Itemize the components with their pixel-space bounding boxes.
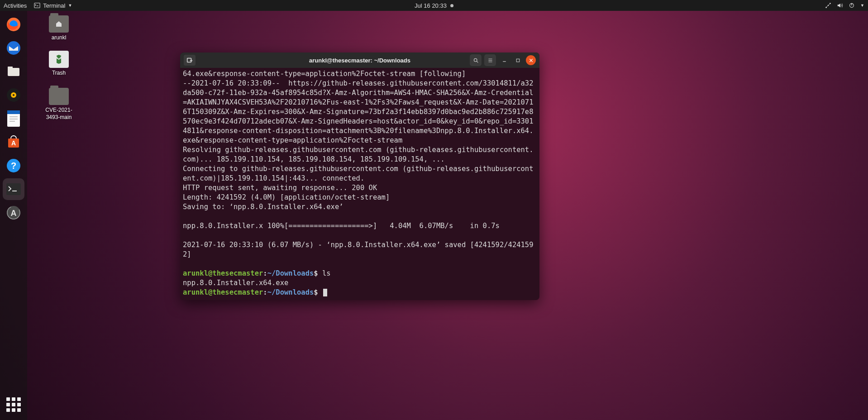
- network-icon: [825, 2, 831, 9]
- activities-button[interactable]: Activities: [4, 2, 27, 9]
- svg-line-31: [477, 61, 478, 62]
- help-icon: ?: [5, 158, 22, 174]
- terminal-output: 64.exe&response-content-type=application…: [183, 70, 534, 258]
- minimize-icon: [501, 57, 507, 63]
- music-icon: [5, 87, 22, 103]
- new-tab-button[interactable]: [184, 55, 196, 66]
- hamburger-icon: [487, 57, 493, 63]
- folder-icon: [49, 15, 69, 33]
- app-menu[interactable]: Terminal ▼: [34, 2, 72, 9]
- svg-rect-15: [7, 110, 20, 114]
- desktop-icon-label: Trash: [38, 70, 79, 77]
- clock-label: Jul 16 20:33: [415, 2, 447, 9]
- svg-text:A: A: [11, 139, 16, 147]
- svg-rect-36: [516, 59, 520, 62]
- document-icon: [6, 110, 21, 128]
- dock: A ? A: [0, 11, 27, 420]
- desktop-icon-cve[interactable]: CVE-2021-3493-main: [38, 88, 79, 121]
- terminal-icon: [34, 2, 40, 9]
- svg-rect-23: [6, 183, 21, 195]
- terminal-ls-output: npp.8.0.Installer.x64.exe: [183, 279, 288, 287]
- terminal-command: ls: [322, 269, 331, 277]
- terminal-search-button[interactable]: [470, 54, 482, 66]
- update-icon: A: [5, 205, 22, 221]
- desktop-icon-trash[interactable]: Trash: [38, 51, 79, 77]
- terminal-icon: [5, 182, 22, 196]
- svg-text:A: A: [11, 209, 17, 218]
- svg-text:?: ?: [11, 161, 16, 171]
- desktop-icon-label: arunkl: [38, 34, 79, 42]
- folder-icon: [49, 88, 69, 105]
- svg-rect-0: [34, 3, 40, 8]
- terminal-titlebar[interactable]: arunkl@thesecmaster: ~/Downloads: [180, 52, 539, 68]
- clock[interactable]: Jul 16 20:33: [415, 2, 453, 9]
- dock-firefox[interactable]: [3, 14, 24, 35]
- maximize-icon: [515, 57, 521, 63]
- prompt-user: arunkl@thesecmaster: [183, 269, 263, 277]
- firefox-icon: [5, 16, 22, 33]
- dock-writer[interactable]: [3, 108, 24, 129]
- system-tray[interactable]: ▼: [825, 2, 864, 9]
- notification-dot-icon: [450, 4, 453, 7]
- desktop-icon-home[interactable]: arunkl: [38, 15, 79, 42]
- close-button[interactable]: [526, 55, 536, 65]
- terminal-title: arunkl@thesecmaster: ~/Downloads: [309, 57, 410, 64]
- dock-software[interactable]: A: [3, 131, 24, 153]
- files-icon: [5, 63, 22, 80]
- prompt-path: ~/Downloads: [267, 288, 314, 296]
- svg-rect-9: [8, 68, 19, 76]
- close-icon: [528, 57, 534, 63]
- dock-help[interactable]: ?: [3, 155, 24, 177]
- thunderbird-icon: [5, 40, 22, 56]
- chevron-down-icon: ▼: [860, 3, 864, 8]
- maximize-button[interactable]: [512, 54, 523, 66]
- dock-rhythmbox[interactable]: [3, 84, 24, 106]
- top-bar: Activities Terminal ▼ Jul 16 20:33 ▼: [0, 0, 868, 11]
- shopping-bag-icon: A: [5, 134, 22, 150]
- prompt-path: ~/Downloads: [267, 269, 314, 277]
- dock-thunderbird[interactable]: [3, 37, 24, 59]
- show-applications-button[interactable]: [3, 394, 24, 415]
- new-tab-icon: [186, 57, 193, 63]
- app-menu-label: Terminal: [43, 2, 65, 9]
- svg-rect-10: [8, 67, 13, 69]
- search-icon: [473, 57, 479, 63]
- dock-terminal[interactable]: [3, 178, 24, 200]
- cursor: [323, 289, 327, 296]
- terminal-body[interactable]: 64.exe&response-content-type=application…: [180, 68, 539, 300]
- chevron-down-icon: ▼: [68, 3, 72, 8]
- power-icon: [849, 2, 855, 9]
- prompt-user: arunkl@thesecmaster: [183, 288, 263, 296]
- trash-icon: [49, 51, 69, 68]
- svg-point-30: [474, 58, 477, 62]
- volume-icon: [837, 2, 843, 9]
- dock-files[interactable]: [3, 61, 24, 82]
- svg-point-13: [13, 94, 14, 96]
- minimize-button[interactable]: [499, 54, 510, 66]
- desktop-icon-label: CVE-2021-3493-main: [38, 107, 79, 121]
- terminal-window: arunkl@thesecmaster: ~/Downloads 64.exe&…: [180, 52, 539, 300]
- terminal-menu-button[interactable]: [484, 54, 496, 66]
- svg-point-8: [7, 41, 20, 55]
- dock-updater[interactable]: A: [3, 202, 24, 224]
